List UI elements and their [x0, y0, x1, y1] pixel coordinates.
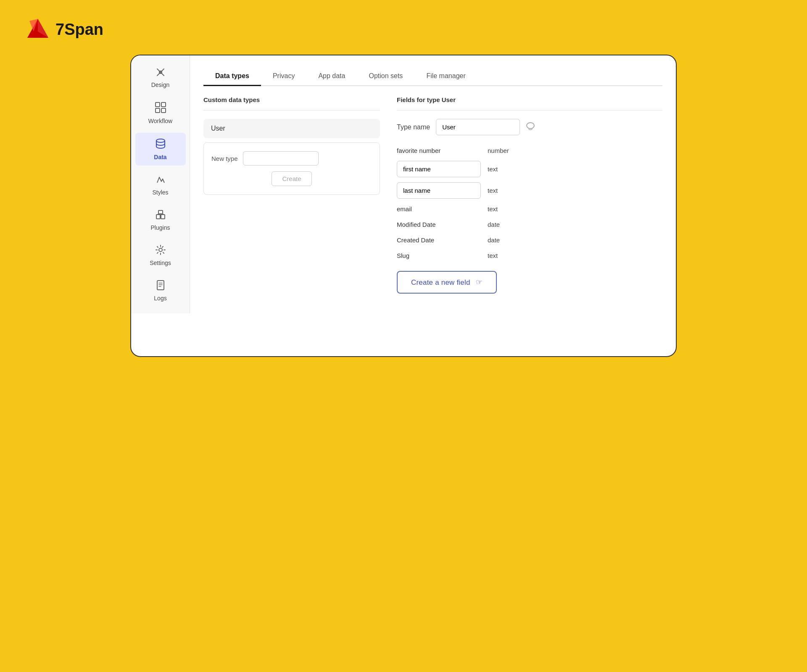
styles-icon	[155, 174, 166, 187]
field-name-modified-date: Modified Date	[397, 221, 481, 228]
field-name-email: email	[397, 205, 481, 213]
type-name-row: Type name	[397, 119, 662, 135]
field-row-email: email text	[397, 204, 662, 214]
field-name-created-date: Created Date	[397, 236, 481, 244]
main-window: Design Workflow	[130, 55, 677, 357]
field-type-email: text	[488, 205, 498, 213]
svg-point-10	[156, 139, 165, 142]
field-row-favorite-number: favorite number number	[397, 145, 662, 156]
svg-rect-18	[157, 281, 164, 290]
custom-data-types-title: Custom data types	[203, 96, 380, 103]
sidebar-item-styles[interactable]: Styles	[135, 169, 186, 201]
left-panel: Custom data types User New type Create	[203, 96, 380, 294]
sidebar-wrapper: Design Workflow	[131, 55, 190, 356]
sidebar-item-label-styles: Styles	[152, 189, 168, 196]
content-area: Data types Privacy App data Option sets …	[190, 55, 676, 356]
logs-icon	[155, 280, 166, 293]
svg-rect-7	[161, 102, 166, 107]
field-name-favorite-number: favorite number	[397, 147, 481, 154]
new-type-box: New type Create	[203, 142, 380, 195]
field-type-last-name: text	[488, 187, 498, 194]
field-row-first-name: text	[397, 161, 662, 177]
sidebar-item-label-data: Data	[154, 154, 166, 160]
tab-privacy[interactable]: Privacy	[261, 67, 306, 86]
sidebar-item-logs[interactable]: Logs	[135, 275, 186, 307]
sidebar-item-plugins[interactable]: Plugins	[135, 204, 186, 236]
data-type-user-label: User	[211, 125, 225, 132]
svg-rect-8	[156, 108, 160, 113]
svg-rect-9	[161, 108, 166, 113]
data-type-user[interactable]: User	[203, 119, 380, 138]
create-field-button-label: Create a new field	[411, 278, 470, 286]
sidebar-item-label-design: Design	[151, 81, 170, 88]
svg-point-17	[159, 248, 162, 252]
tabs: Data types Privacy App data Option sets …	[203, 67, 662, 86]
data-icon	[155, 138, 166, 152]
logo-container: 7Span	[25, 17, 103, 42]
divider	[203, 110, 380, 110]
sidebar-item-label-workflow: Workflow	[148, 118, 172, 124]
sidebar-item-settings[interactable]: Settings	[135, 239, 186, 271]
svg-rect-6	[156, 102, 160, 107]
field-row-slug: Slug text	[397, 250, 662, 261]
new-type-label: New type	[211, 155, 238, 162]
svg-rect-12	[161, 215, 165, 219]
create-type-button[interactable]: Create	[272, 171, 311, 186]
logo-icon	[25, 17, 50, 42]
comment-icon[interactable]	[526, 121, 535, 133]
field-type-modified-date: date	[488, 221, 500, 228]
fields-divider	[397, 110, 662, 110]
tab-option-sets[interactable]: Option sets	[357, 67, 414, 86]
svg-rect-13	[158, 210, 163, 214]
field-row-last-name: text	[397, 182, 662, 199]
sidebar-item-design[interactable]: Design	[135, 62, 186, 93]
workflow-icon	[155, 102, 166, 116]
sidebar: Design Workflow	[131, 55, 190, 313]
tab-file-manager[interactable]: File manager	[414, 67, 477, 86]
sidebar-item-workflow[interactable]: Workflow	[135, 97, 186, 129]
logo-text: 7Span	[55, 21, 103, 39]
field-name-slug: Slug	[397, 252, 481, 259]
new-type-row: New type	[211, 151, 372, 165]
sidebar-item-label-settings: Settings	[150, 260, 171, 266]
field-type-slug: text	[488, 252, 498, 259]
field-type-favorite-number: number	[488, 147, 509, 154]
new-type-input[interactable]	[243, 151, 319, 165]
field-input-last-name[interactable]	[397, 182, 481, 199]
fields-list: favorite number number text text	[397, 145, 662, 261]
type-name-label: Type name	[397, 123, 430, 131]
design-icon	[156, 67, 166, 80]
sidebar-item-label-logs: Logs	[154, 295, 166, 302]
field-row-created-date: Created Date date	[397, 235, 662, 245]
sidebar-item-label-plugins: Plugins	[151, 224, 170, 231]
cursor-icon: ☞	[476, 278, 483, 287]
two-column-layout: Custom data types User New type Create F…	[203, 96, 662, 294]
tab-app-data[interactable]: App data	[306, 67, 357, 86]
plugins-icon	[155, 209, 166, 223]
fields-section-title: Fields for type User	[397, 96, 662, 103]
field-row-modified-date: Modified Date date	[397, 219, 662, 230]
svg-point-22	[527, 123, 534, 129]
sidebar-item-data[interactable]: Data	[135, 133, 186, 165]
field-type-first-name: text	[488, 165, 498, 173]
field-type-created-date: date	[488, 236, 500, 244]
tab-data-types[interactable]: Data types	[203, 67, 261, 86]
right-panel: Fields for type User Type name	[397, 96, 662, 294]
create-field-button[interactable]: Create a new field ☞	[397, 271, 497, 294]
field-input-first-name[interactable]	[397, 161, 481, 177]
settings-icon	[155, 244, 166, 258]
type-name-input[interactable]	[436, 119, 520, 135]
svg-rect-11	[156, 215, 160, 219]
top-bar: 7Span	[17, 17, 790, 42]
